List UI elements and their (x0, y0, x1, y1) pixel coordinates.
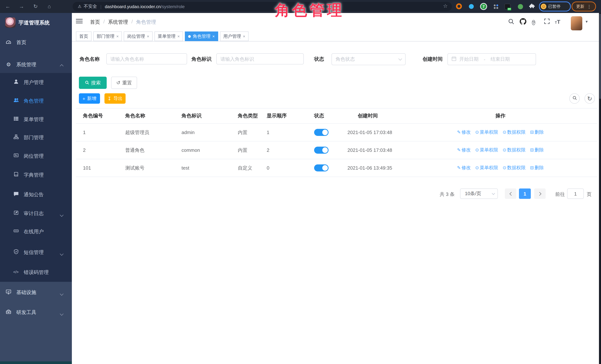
tab-menus[interactable]: 菜单管理 × (154, 31, 183, 41)
role-key-input[interactable] (216, 53, 304, 64)
tab-close-icon[interactable]: × (116, 34, 119, 39)
sidebar-item-online-users[interactable]: 在线用户 (0, 225, 72, 238)
add-button[interactable]: + 新增 (79, 93, 100, 104)
row-action-label: 菜单权限 (480, 165, 498, 170)
sidebar-item-departments[interactable]: 部门管理 (0, 131, 72, 144)
row-action-edit[interactable]: ✎修改 (457, 130, 471, 135)
row-action-edit[interactable]: ✎修改 (457, 147, 471, 153)
fullscreen-icon[interactable] (544, 18, 550, 26)
row-action-delete[interactable]: ⊟删除 (530, 165, 544, 170)
next-page-button[interactable] (534, 188, 546, 199)
sidebar-item-infrastructure[interactable]: 基础设施 (0, 285, 72, 299)
avatar-caret-down-icon[interactable]: ▾ (586, 19, 588, 24)
tab-label: 菜单管理 (158, 33, 176, 39)
row-action-data-perm[interactable]: ⊙数据权限 (503, 147, 526, 153)
tab-home[interactable]: 首页 (76, 31, 91, 41)
chrome-update-button[interactable]: 更新 ⋮ (571, 1, 596, 11)
tab-close-icon[interactable]: × (243, 34, 245, 39)
status-select[interactable]: 角色状态 (331, 53, 406, 65)
sidebar-item-dev-tools[interactable]: 研发工具 (0, 305, 72, 319)
column-header-role-id: 角色编号 (76, 108, 125, 124)
browser-reload-icon[interactable]: ↻ (32, 3, 39, 10)
profile-paused-badge[interactable]: ☺ 已暂停 (539, 1, 571, 11)
extensions-puzzle-icon[interactable] (529, 3, 535, 10)
user-avatar[interactable] (571, 16, 582, 30)
extension-icon-green-circle[interactable]: 7 (481, 3, 487, 10)
tab-close-icon[interactable]: × (212, 34, 215, 39)
github-icon[interactable] (520, 18, 526, 26)
row-action-menu-perm[interactable]: ⊙菜单权限 (475, 165, 498, 170)
row-action-label: 修改 (461, 165, 471, 170)
sidebar-item-home[interactable]: 首页 (0, 36, 72, 49)
help-question-icon[interactable]: ? (532, 19, 535, 26)
extension-icon-dark-on[interactable]: on (504, 3, 511, 10)
tab-close-icon[interactable]: × (147, 34, 149, 39)
address-bar[interactable]: ⚠ 不安全 | dashboard.yudao.iocoder.cn/syste… (73, 2, 452, 11)
browser-forward-icon[interactable]: → (18, 3, 25, 10)
header-search-icon[interactable] (508, 18, 514, 26)
extension-icon-water-drop[interactable] (468, 3, 474, 10)
sidebar-item-label: 菜单管理 (24, 116, 44, 123)
extension-icon-dots-grid[interactable] (493, 3, 499, 10)
create-time-range-picker[interactable]: 开始日期 - 结束日期 (448, 53, 536, 65)
sidebar-item-error-codes[interactable]: </> 错误码管理 (0, 266, 72, 279)
sidebar-item-audit-log[interactable]: 审计日志 (0, 207, 72, 220)
cell-role-id: 101 (76, 159, 125, 177)
column-header-sort: 显示顺序 (267, 108, 314, 124)
app-logo-row[interactable]: 芋道管理系统 (0, 17, 72, 30)
role-name-input[interactable] (106, 53, 187, 64)
tab-users[interactable]: 用户管理 × (220, 31, 249, 41)
refresh-table-button[interactable]: ↻ (584, 93, 595, 104)
sidebar-item-system[interactable]: ⚙ 系统管理 (0, 58, 72, 71)
calendar-icon (451, 56, 456, 62)
status-toggle[interactable] (314, 147, 329, 154)
sidebar-item-users[interactable]: 用户管理 (0, 76, 72, 89)
font-size-icon[interactable]: TT (555, 19, 560, 25)
page-size-select[interactable]: 10条/页 (460, 188, 498, 199)
row-action-delete[interactable]: ⊟删除 (530, 130, 544, 135)
tab-roles-active[interactable]: 角色管理 × (185, 31, 218, 41)
status-toggle[interactable] (314, 164, 329, 171)
reset-button[interactable]: ↺ 重置 (111, 77, 137, 89)
export-button[interactable]: ↧ 导出 (104, 93, 126, 104)
extension-icon-green-leaf[interactable] (517, 3, 523, 10)
row-action-menu-perm[interactable]: ⊙菜单权限 (475, 147, 498, 153)
prev-page-button[interactable] (505, 188, 516, 199)
row-action-label: 菜单权限 (480, 130, 498, 135)
row-action-edit[interactable]: ✎修改 (457, 165, 471, 170)
tab-posts[interactable]: 岗位管理 × (124, 31, 153, 41)
goto-label: 前往 (555, 191, 565, 198)
browser-menu-icon[interactable]: ⋮ (587, 4, 591, 9)
breadcrumb-item-system[interactable]: 系统管理 (108, 19, 128, 26)
sidebar-item-notices[interactable]: 通知公告 (0, 188, 72, 201)
sidebar-item-dictionary[interactable]: 字典管理 (0, 168, 72, 181)
sidebar-item-label: 用户管理 (24, 79, 44, 86)
chevron-down-icon (492, 192, 495, 195)
page-scrollbar[interactable] (599, 13, 601, 364)
browser-home-icon[interactable]: ⌂ (46, 3, 53, 10)
menu-list-icon (13, 116, 19, 123)
search-button[interactable]: 搜索 (79, 77, 107, 89)
row-action-data-perm[interactable]: ⊙数据权限 (503, 165, 526, 170)
row-action-data-perm[interactable]: ⊙数据权限 (503, 130, 526, 135)
browser-back-icon[interactable]: ← (4, 3, 11, 10)
sidebar-item-sms[interactable]: 短信管理 (0, 246, 72, 259)
breadcrumb-item-home[interactable]: 首页 (90, 19, 100, 26)
toggle-search-panel-button[interactable] (569, 93, 580, 104)
scrollbar-thumb[interactable] (599, 14, 601, 99)
status-toggle[interactable] (314, 129, 329, 136)
current-page-button[interactable]: 1 (519, 188, 531, 199)
tab-departments[interactable]: 部门管理 × (93, 31, 122, 41)
sidebar-item-posts[interactable]: 岗位管理 (0, 149, 72, 163)
bookmark-star-icon[interactable]: ☆ (443, 3, 448, 9)
extension-icon-orange[interactable] (456, 3, 462, 10)
circle-check-icon: ⊙ (475, 165, 479, 170)
sidebar-collapse-icon[interactable] (76, 19, 83, 24)
goto-page-input[interactable] (567, 188, 584, 199)
sidebar-bottom-strip (0, 361, 72, 364)
row-action-menu-perm[interactable]: ⊙菜单权限 (475, 130, 498, 135)
sidebar-item-menus[interactable]: 菜单管理 (0, 113, 72, 126)
sidebar-item-roles[interactable]: 角色管理 (0, 94, 72, 107)
row-action-delete[interactable]: ⊟删除 (530, 147, 544, 153)
tab-close-icon[interactable]: × (177, 34, 180, 39)
